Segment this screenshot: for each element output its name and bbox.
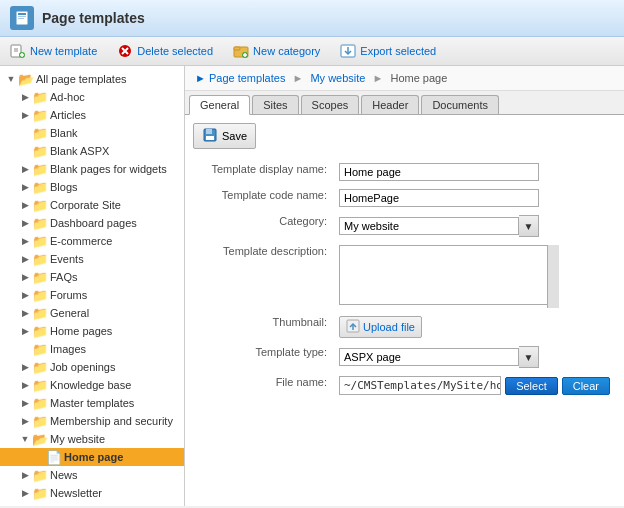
home-pages-label: Home pages	[50, 325, 112, 337]
blogs-toggle[interactable]: ▶	[18, 180, 32, 194]
sidebar-item-job-openings[interactable]: ▶ 📁 Job openings	[0, 358, 184, 376]
tab-documents-label: Documents	[432, 99, 488, 111]
upload-file-button[interactable]: Upload file	[339, 316, 422, 338]
textarea-scrollbar[interactable]	[547, 245, 559, 308]
sidebar-item-events[interactable]: ▶ 📁 Events	[0, 250, 184, 268]
upload-icon	[346, 319, 360, 335]
membership-folder-icon: 📁	[32, 413, 48, 429]
template-display-name-row: Template display name:	[193, 159, 616, 185]
articles-label: Articles	[50, 109, 86, 121]
save-button[interactable]: Save	[193, 123, 256, 149]
sidebar-item-home-page[interactable]: ▶ 📄 Home page	[0, 448, 184, 466]
file-name-clear-button[interactable]: Clear	[562, 377, 610, 395]
forums-folder-icon: 📁	[32, 287, 48, 303]
sidebar-item-blank-aspx[interactable]: ▶ 📁 Blank ASPX	[0, 142, 184, 160]
new-template-button[interactable]: New template	[8, 41, 99, 61]
sidebar-item-home-pages[interactable]: ▶ 📁 Home pages	[0, 322, 184, 340]
svg-rect-3	[18, 18, 24, 19]
sidebar-item-ecommerce[interactable]: ▶ 📁 E-commerce	[0, 232, 184, 250]
template-code-name-row: Template code name:	[193, 185, 616, 211]
offices-toggle[interactable]: ▶	[18, 504, 32, 506]
home-pages-toggle[interactable]: ▶	[18, 324, 32, 338]
file-name-select-button[interactable]: Select	[505, 377, 558, 395]
tab-scopes-label: Scopes	[312, 99, 349, 111]
template-display-name-input[interactable]	[339, 163, 539, 181]
corporate-toggle[interactable]: ▶	[18, 198, 32, 212]
select-label: Select	[516, 380, 547, 392]
sidebar-item-membership-security[interactable]: ▶ 📁 Membership and security	[0, 412, 184, 430]
tab-header[interactable]: Header	[361, 95, 419, 114]
sidebar-item-master-templates[interactable]: ▶ 📁 Master templates	[0, 394, 184, 412]
tab-scopes[interactable]: Scopes	[301, 95, 360, 114]
news-toggle[interactable]: ▶	[18, 468, 32, 482]
tab-documents[interactable]: Documents	[421, 95, 499, 114]
export-selected-button[interactable]: Export selected	[338, 41, 438, 61]
template-code-name-cell	[333, 185, 616, 211]
template-code-name-input[interactable]	[339, 189, 539, 207]
breadcrumb-my-website[interactable]: My website	[310, 72, 365, 84]
events-toggle[interactable]: ▶	[18, 252, 32, 266]
new-category-button[interactable]: New category	[231, 41, 322, 61]
template-type-label: Template type:	[193, 342, 333, 372]
sidebar-item-corporate-site[interactable]: ▶ 📁 Corporate Site	[0, 196, 184, 214]
root-toggle[interactable]: ▼	[4, 72, 18, 86]
sidebar-item-knowledge-base[interactable]: ▶ 📁 Knowledge base	[0, 376, 184, 394]
delete-selected-button[interactable]: Delete selected	[115, 41, 215, 61]
tab-general[interactable]: General	[189, 95, 250, 115]
sidebar-item-offices[interactable]: ▶ 📁 Offices	[0, 502, 184, 506]
upload-file-label: Upload file	[363, 321, 415, 333]
blank-pages-toggle[interactable]: ▶	[18, 162, 32, 176]
forums-toggle[interactable]: ▶	[18, 288, 32, 302]
membership-toggle[interactable]: ▶	[18, 414, 32, 428]
sidebar-item-forums[interactable]: ▶ 📁 Forums	[0, 286, 184, 304]
svg-rect-22	[206, 136, 214, 140]
template-type-select-arrow[interactable]: ▼	[519, 346, 539, 368]
general-folder-icon: 📁	[32, 305, 48, 321]
sidebar-item-faqs[interactable]: ▶ 📁 FAQs	[0, 268, 184, 286]
tab-sites[interactable]: Sites	[252, 95, 298, 114]
ecommerce-toggle[interactable]: ▶	[18, 234, 32, 248]
faqs-label: FAQs	[50, 271, 78, 283]
articles-toggle[interactable]: ▶	[18, 108, 32, 122]
adhoc-toggle[interactable]: ▶	[18, 90, 32, 104]
blank-pages-label: Blank pages for widgets	[50, 163, 167, 175]
delete-selected-label: Delete selected	[137, 45, 213, 57]
master-templates-toggle[interactable]: ▶	[18, 396, 32, 410]
sidebar-item-articles[interactable]: ▶ 📁 Articles	[0, 106, 184, 124]
breadcrumb-sep-1: ►	[292, 72, 303, 84]
page-title: Page templates	[42, 10, 145, 26]
my-website-label: My website	[50, 433, 105, 445]
category-select-arrow[interactable]: ▼	[519, 215, 539, 237]
breadcrumb-icon: ►	[195, 72, 206, 84]
corporate-label: Corporate Site	[50, 199, 121, 211]
export-icon	[340, 43, 356, 59]
general-toggle[interactable]: ▶	[18, 306, 32, 320]
sidebar-item-images[interactable]: ▶ 📁 Images	[0, 340, 184, 358]
delete-icon	[117, 43, 133, 59]
category-select[interactable]: My website	[339, 217, 519, 235]
new-category-icon	[233, 43, 249, 59]
sidebar-item-adhoc[interactable]: ▶ 📁 Ad-hoc	[0, 88, 184, 106]
sidebar-item-news[interactable]: ▶ 📁 News	[0, 466, 184, 484]
faqs-toggle[interactable]: ▶	[18, 270, 32, 284]
sidebar-item-general[interactable]: ▶ 📁 General	[0, 304, 184, 322]
job-openings-toggle[interactable]: ▶	[18, 360, 32, 374]
newsletter-toggle[interactable]: ▶	[18, 486, 32, 500]
sidebar-item-blank[interactable]: ▶ 📁 Blank	[0, 124, 184, 142]
breadcrumb-page-templates[interactable]: Page templates	[209, 72, 285, 84]
sidebar-item-blank-pages-widgets[interactable]: ▶ 📁 Blank pages for widgets	[0, 160, 184, 178]
sidebar-item-newsletter[interactable]: ▶ 📁 Newsletter	[0, 484, 184, 502]
knowledge-base-toggle[interactable]: ▶	[18, 378, 32, 392]
forums-label: Forums	[50, 289, 87, 301]
new-template-icon	[10, 43, 26, 59]
template-type-select[interactable]: ASPX page	[339, 348, 519, 366]
category-row: Category: My website ▼	[193, 211, 616, 241]
sidebar-item-dashboard-pages[interactable]: ▶ 📁 Dashboard pages	[0, 214, 184, 232]
template-description-input[interactable]	[339, 245, 559, 305]
clear-label: Clear	[573, 380, 599, 392]
sidebar-item-my-website[interactable]: ▼ 📂 My website	[0, 430, 184, 448]
sidebar-item-blogs[interactable]: ▶ 📁 Blogs	[0, 178, 184, 196]
sidebar-root[interactable]: ▼ 📂 All page templates	[0, 70, 184, 88]
my-website-toggle[interactable]: ▼	[18, 432, 32, 446]
dashboard-toggle[interactable]: ▶	[18, 216, 32, 230]
